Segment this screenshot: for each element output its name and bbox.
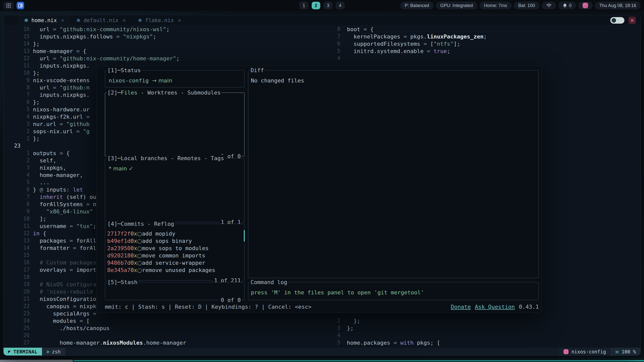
commit-row[interactable]: 8e345a7 0x ○ remove unused packages: [107, 266, 244, 274]
notifications-indicator[interactable]: 0: [558, 2, 576, 9]
nix-snowflake-icon: ❄: [24, 17, 28, 23]
repo-icon: [564, 349, 569, 354]
line-number: 12: [4, 55, 30, 62]
tab-close-icon[interactable]: ×: [178, 17, 181, 23]
scrollbar-thumb[interactable]: [244, 230, 245, 242]
line-number: 2: [4, 157, 30, 164]
tab-label: home.nix: [31, 17, 57, 23]
line-number: 6: [4, 186, 30, 193]
code-text: inputs.nixpkgs.: [33, 62, 90, 69]
tab-close-icon[interactable]: ×: [61, 17, 64, 23]
code-text: inputs.nixpkgs.: [33, 91, 90, 99]
code-line: 7 kernelPackages = pkgs.linuxPackages_ze…: [331, 33, 640, 40]
topbar-right: P: BalancedGPU: IntegratedHome: 7msBat: …: [400, 2, 640, 9]
commit-row[interactable]: 2717f2f 0x ○ add mopidy: [107, 230, 244, 237]
stash-count: 0 of 0: [220, 296, 242, 304]
window-manager-icon[interactable]: [17, 2, 24, 9]
line-number: 10: [4, 215, 30, 222]
code-line: 5home.packages = with pkgs; [: [331, 339, 640, 346]
line-number: 16: [4, 259, 30, 266]
workspace-button-1[interactable]: 1: [300, 2, 308, 9]
toggle-knob: [612, 18, 616, 23]
code-text: };: [33, 99, 40, 106]
workspace-button-2[interactable]: 2: [312, 2, 320, 9]
workspace-button-3[interactable]: 3: [324, 2, 332, 9]
tab-flake.nix[interactable]: ❄flake.nix×: [132, 15, 187, 26]
nix-snowflake-icon: ❄: [76, 17, 80, 23]
code-text: nur.url = "github: [33, 120, 90, 128]
line-number: 3: [4, 164, 30, 171]
network-indicator[interactable]: [542, 2, 556, 9]
line-number: 5: [4, 179, 30, 186]
code-text: kernelPackages = pkgs.linuxPackages_zen;: [347, 33, 487, 40]
repo-label: nixos-config: [572, 349, 606, 354]
wallpaper-accent-line: [73, 360, 644, 361]
code-line: 2 };: [331, 317, 640, 325]
line-number: 20: [4, 288, 30, 295]
line-number: 8: [4, 201, 30, 208]
code-line: 6 supportedFilesystems = ["ntfs"];: [331, 40, 640, 48]
tab-label: default.nix: [84, 17, 118, 23]
line-number: 12: [4, 230, 30, 237]
statusline: ◤ TERMINAL > zsh nixos-config ≡ 100 %: [4, 348, 640, 355]
commit-list: 2717f2f 0x ○ add mopidyb49ef1d 0x ○ add …: [105, 224, 244, 274]
donate-link[interactable]: Donate: [451, 303, 471, 310]
shell-label: zsh: [52, 349, 60, 354]
repo-indicator: nixos-config: [559, 348, 611, 355]
tab-close-icon[interactable]: ×: [123, 17, 126, 23]
code-line: 25 ./hosts/canopus: [4, 325, 331, 332]
code-line: 3};: [331, 325, 640, 332]
line-number: 17: [4, 266, 30, 274]
terminal-mode-icon: ◤: [8, 350, 11, 354]
commit-row[interactable]: b49ef1d 0x ○ add sops binary: [107, 237, 244, 245]
version-label: 0.43.1: [519, 303, 539, 310]
line-number: 5: [4, 106, 30, 113]
code-text: url = "github:n: [33, 84, 90, 91]
commit-row[interactable]: 2a23950 0x ○ move sops to modules: [107, 245, 244, 252]
line-number: 9: [4, 77, 30, 84]
code-text: home-manager = {: [33, 48, 86, 55]
ask-question-link[interactable]: Ask Question: [475, 303, 515, 310]
lazygit-command-log-panel[interactable]: Command log press 'M' in the files panel…: [248, 282, 539, 300]
window-toggle[interactable]: [610, 17, 624, 24]
app-launcher-button[interactable]: [4, 2, 14, 9]
code-text: forAllSystems = n: [33, 201, 96, 208]
lazygit-status-panel[interactable]: [1]─Status nixos-config → main: [105, 70, 245, 87]
tab-home.nix[interactable]: ❄home.nix×: [18, 15, 70, 26]
lazygit-branches-panel[interactable]: [3]─Local branches - Remotes - Tags * ma…: [105, 158, 245, 222]
code-text: ...: [33, 179, 50, 186]
code-line: 4: [331, 332, 640, 339]
code-text: home-manager,: [33, 171, 83, 179]
commit-row[interactable]: d920218 0x ○ move common imports: [107, 252, 244, 259]
lazygit-commits-panel[interactable]: [4]─Commits - Reflog 2717f2f 0x ○ add mo…: [105, 224, 245, 281]
line-number: 3: [4, 120, 30, 128]
code-line: 26: [4, 332, 331, 339]
line-number: 26: [4, 332, 30, 339]
close-icon: ×: [630, 17, 634, 23]
theme-indicator[interactable]: [578, 2, 592, 9]
tab-default.nix[interactable]: ❄default.nix×: [70, 15, 132, 26]
status-pill: Bat: 100: [514, 2, 539, 9]
workspace-button-4[interactable]: 4: [336, 2, 344, 9]
line-number: 21: [4, 295, 30, 303]
lazygit-files-panel[interactable]: [2]─Files - Worktrees - Submodules 0 of …: [105, 93, 245, 156]
line-number: 8: [4, 84, 30, 91]
stash-panel-title: [5]─Stash: [107, 279, 138, 286]
code-line: 27 home-manager.nixosModules.home-manage…: [4, 339, 331, 346]
clock-text: Thu Aug 08, 18:16: [599, 3, 636, 8]
line-number: 2: [331, 317, 340, 325]
line-number: 7: [331, 33, 340, 40]
line-number: 22: [4, 303, 30, 310]
status-pill: GPU: Integrated: [436, 2, 477, 9]
branches-panel-title: [3]─Local branches - Remotes - Tags: [107, 155, 225, 162]
branch-list-item[interactable]: * main ✓: [109, 165, 133, 172]
code-text: canopus = nixpk: [33, 303, 96, 310]
code-text: specialArgs =: [33, 310, 96, 317]
code-text: modules = [: [33, 317, 90, 325]
window-close-button[interactable]: ×: [628, 17, 636, 24]
lazygit-diff-panel[interactable]: Diff No changed files: [248, 70, 539, 278]
commit-row[interactable]: 9486b7d 0x ○ add service-wrapper: [107, 259, 244, 266]
code-text: } @ inputs: let: [33, 186, 83, 193]
lazygit-stash-panel[interactable]: [5]─Stash 0 of 0: [105, 282, 245, 300]
line-number: 8: [331, 26, 340, 33]
